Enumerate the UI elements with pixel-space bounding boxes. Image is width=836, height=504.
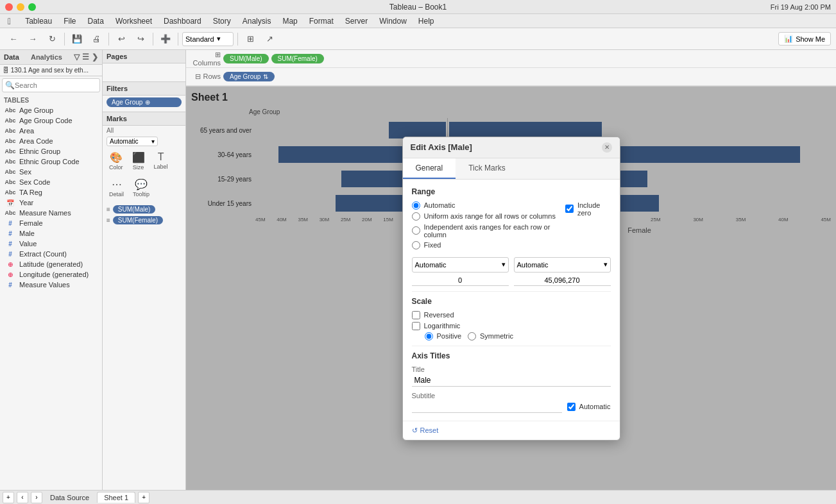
list-item[interactable]: #Male xyxy=(0,228,102,239)
maximize-button[interactable] xyxy=(28,3,36,11)
measure-icon: # xyxy=(4,251,17,258)
sort-icon[interactable]: ☰ xyxy=(82,53,89,62)
modal-close-button[interactable]: ✕ xyxy=(602,142,612,153)
list-item[interactable]: 📅Year xyxy=(0,197,102,208)
sort-icon: ⇅ xyxy=(263,73,268,80)
list-item[interactable]: AbcSex xyxy=(0,167,102,177)
share-button[interactable]: ↗ xyxy=(261,31,278,47)
menu-file[interactable]: File xyxy=(58,15,81,27)
subtitle-automatic-label: Automatic xyxy=(579,403,611,410)
chevron-icon[interactable]: ❯ xyxy=(92,53,98,62)
refresh-button[interactable]: ↻ xyxy=(44,31,60,47)
add-datasource-button[interactable]: + xyxy=(3,492,14,503)
bar-icon: ≡ xyxy=(107,206,110,213)
axis-title-input[interactable] xyxy=(412,374,611,387)
apple-menu[interactable]:  xyxy=(3,15,16,28)
marks-type-dropdown[interactable]: Automatic ▾ xyxy=(107,137,158,146)
include-zero-checkbox[interactable] xyxy=(565,205,574,213)
minimize-button[interactable] xyxy=(17,3,24,11)
size-button[interactable]: ⬛ Size xyxy=(130,150,148,172)
redo-button[interactable]: ↪ xyxy=(132,31,149,47)
sheet1-tab[interactable]: Sheet 1 xyxy=(97,492,135,503)
list-item[interactable]: AbcEthnic Group Code xyxy=(0,156,102,167)
filter-pill-age-group[interactable]: Age Group ⊕ xyxy=(107,97,182,107)
menu-help[interactable]: Help xyxy=(413,15,439,27)
menu-window[interactable]: Window xyxy=(374,15,412,27)
filter-icon[interactable]: ▽ xyxy=(74,53,80,62)
reversed-checkbox[interactable] xyxy=(412,311,420,319)
range-to-input[interactable] xyxy=(514,275,611,286)
subtitle-automatic-checkbox[interactable] xyxy=(567,403,576,411)
search-box[interactable]: 🔍 xyxy=(2,78,100,92)
menu-map[interactable]: Map xyxy=(277,15,302,27)
menu-format[interactable]: Format xyxy=(304,15,339,27)
back-button[interactable]: ← xyxy=(5,31,22,47)
tab-tick-marks[interactable]: Tick Marks xyxy=(456,158,518,179)
analytics-tab[interactable]: Analytics xyxy=(31,53,62,61)
tab-general[interactable]: General xyxy=(403,158,456,179)
list-item[interactable]: AbcEthnic Group xyxy=(0,146,102,156)
menu-dashboard[interactable]: Dashboard xyxy=(158,15,207,27)
menu-data[interactable]: Data xyxy=(83,15,109,27)
add-data-button[interactable]: ➕ xyxy=(157,31,174,47)
color-button[interactable]: 🎨 Color xyxy=(107,150,126,172)
sum-female-pill[interactable]: SUM(Female) xyxy=(113,216,163,224)
range-from-input[interactable] xyxy=(412,275,509,286)
nav-right-button[interactable]: › xyxy=(31,492,42,503)
list-item[interactable]: AbcArea Code xyxy=(0,136,102,146)
save-button[interactable]: 💾 xyxy=(69,31,85,47)
menu-tableau[interactable]: Tableau xyxy=(20,15,57,27)
geo-icon: ⊕ xyxy=(4,271,17,278)
window-controls[interactable] xyxy=(5,3,36,11)
print-button[interactable]: 🖨 xyxy=(88,31,105,47)
radio-uniform-input[interactable] xyxy=(412,212,420,221)
menu-story[interactable]: Story xyxy=(208,15,236,27)
list-item[interactable]: AbcAge Group Code xyxy=(0,115,102,126)
add-sheet-button[interactable]: + xyxy=(138,492,149,503)
list-item[interactable]: AbcAge Group xyxy=(0,105,102,115)
list-item[interactable]: ⊕Longitude (generated) xyxy=(0,269,102,280)
tooltip-button[interactable]: 💬 Tooltip xyxy=(130,177,152,199)
age-group-rows-pill[interactable]: Age Group ⇅ xyxy=(223,72,275,81)
search-input[interactable] xyxy=(15,81,103,89)
list-item[interactable]: AbcTA Reg xyxy=(0,187,102,197)
menu-analysis[interactable]: Analysis xyxy=(237,15,277,27)
data-source-item[interactable]: 🗄 130.1 Age and sex by eth... xyxy=(0,65,102,76)
label-button[interactable]: T Label xyxy=(151,150,171,172)
panel-header-icons[interactable]: ▽ ☰ ❯ xyxy=(74,53,98,62)
data-source-tab[interactable]: Data Source xyxy=(45,492,94,503)
sum-male-pill[interactable]: SUM(Male) xyxy=(113,205,156,214)
list-item[interactable]: #Extract (Count) xyxy=(0,249,102,259)
radio-symmetric-input[interactable] xyxy=(468,332,476,340)
logarithmic-checkbox[interactable] xyxy=(412,322,420,330)
view-dropdown[interactable]: Standard ▾ xyxy=(182,32,234,46)
sum-male-columns-pill[interactable]: SUM(Male) xyxy=(223,54,269,63)
list-item[interactable]: AbcSex Code xyxy=(0,177,102,187)
nav-left-button[interactable]: ‹ xyxy=(17,492,28,503)
data-tab[interactable]: Data xyxy=(4,53,19,61)
range-from-dropdown[interactable]: Automatic ▾ xyxy=(412,257,509,273)
reset-button[interactable]: ↺ Reset xyxy=(412,426,439,435)
list-item[interactable]: #Female xyxy=(0,218,102,228)
list-item[interactable]: AbcArea xyxy=(0,126,102,136)
undo-button[interactable]: ↩ xyxy=(113,31,130,47)
show-me-button[interactable]: 📊 Show Me xyxy=(778,32,831,46)
range-to-dropdown[interactable]: Automatic ▾ xyxy=(514,257,611,273)
list-item[interactable]: AbcMeasure Names xyxy=(0,208,102,218)
list-item[interactable]: #Value xyxy=(0,239,102,249)
sum-female-columns-pill[interactable]: SUM(Female) xyxy=(271,54,324,63)
window-title: Tableau – Book1 xyxy=(389,3,447,12)
menu-server[interactable]: Server xyxy=(340,15,373,27)
radio-positive-input[interactable] xyxy=(425,332,433,340)
radio-fixed-input[interactable] xyxy=(412,241,420,249)
forward-button[interactable]: → xyxy=(24,31,41,47)
radio-automatic-input[interactable] xyxy=(412,201,420,210)
list-item[interactable]: #Measure Values xyxy=(0,280,102,290)
radio-independent-input[interactable] xyxy=(412,226,420,235)
fit-button[interactable]: ⊞ xyxy=(242,31,259,47)
list-item[interactable]: ⊕Latitude (generated) xyxy=(0,259,102,269)
close-button[interactable] xyxy=(5,3,13,11)
detail-button[interactable]: ⋯ Detail xyxy=(107,177,126,199)
axis-subtitle-input[interactable] xyxy=(412,401,562,413)
menu-worksheet[interactable]: Worksheet xyxy=(110,15,157,27)
